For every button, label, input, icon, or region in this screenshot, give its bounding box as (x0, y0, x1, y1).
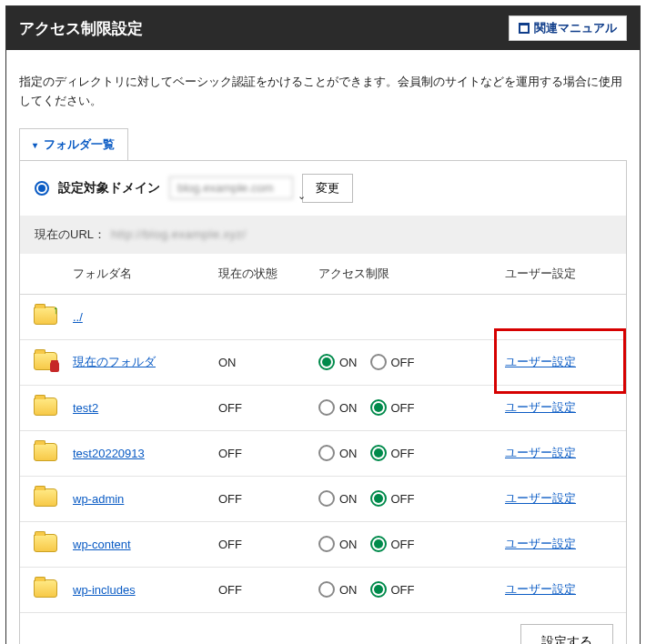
radio-icon (318, 490, 335, 507)
apply-settings-button[interactable]: 設定する (520, 624, 613, 644)
access-radio-on[interactable]: ON (318, 536, 358, 552)
chevron-down-icon: ⌄ (298, 190, 306, 202)
access-radio-off[interactable]: OFF (370, 354, 415, 370)
table-row: test20220913OFFONOFFユーザー設定 (20, 430, 626, 476)
radio-icon (370, 581, 387, 598)
page-title: アクセス制限設定 (19, 18, 143, 39)
folder-link[interactable]: ../ (73, 310, 83, 324)
folder-table: フォルダ名 現在の状態 アクセス制限 ユーザー設定 ../現在のフォルダONON… (20, 254, 626, 613)
folder-icon (34, 534, 57, 552)
col-folder-name: フォルダ名 (66, 254, 211, 295)
user-settings-link[interactable]: ユーザー設定 (505, 491, 576, 505)
radio-icon (370, 445, 387, 461)
radio-icon (318, 399, 335, 416)
access-radio-group: ONOFF (318, 490, 490, 507)
user-settings-link[interactable]: ユーザー設定 (505, 355, 576, 368)
manual-book-icon (519, 23, 530, 34)
domain-select[interactable]: blog.example.com (169, 176, 293, 199)
radio-label: ON (339, 447, 358, 460)
access-radio-off[interactable]: OFF (370, 581, 415, 598)
access-radio-group: ONOFF (318, 399, 490, 416)
radio-icon (370, 399, 387, 416)
user-settings-link[interactable]: ユーザー設定 (505, 537, 576, 550)
radio-label: OFF (391, 492, 415, 506)
table-row: wp-adminOFFONOFFユーザー設定 (20, 476, 626, 521)
state-value: OFF (211, 385, 311, 430)
state-value: OFF (211, 476, 311, 521)
radio-icon (318, 354, 335, 370)
access-radio-on[interactable]: ON (318, 581, 358, 598)
radio-icon (370, 536, 387, 552)
state-value: OFF (211, 567, 311, 612)
radio-icon (318, 536, 335, 552)
folder-link[interactable]: wp-admin (73, 492, 124, 506)
table-row: wp-includesOFFONOFFユーザー設定 (20, 567, 626, 612)
folder-link[interactable]: wp-content (73, 538, 131, 551)
current-url-value: http://blog.example.xyz/ (111, 227, 247, 241)
user-settings-link[interactable]: ユーザー設定 (505, 582, 576, 596)
access-radio-on[interactable]: ON (318, 445, 358, 461)
radio-label: OFF (391, 356, 415, 369)
manual-button-label: 関連マニュアル (534, 20, 617, 36)
radio-label: ON (339, 401, 358, 415)
radio-icon (370, 490, 387, 507)
change-domain-button[interactable]: 変更 (302, 174, 353, 203)
radio-icon (318, 581, 335, 598)
access-radio-on[interactable]: ON (318, 490, 358, 507)
folder-link[interactable]: 現在のフォルダ (73, 355, 156, 368)
access-radio-on[interactable]: ON (318, 399, 358, 416)
col-icon (20, 254, 66, 295)
user-settings-link[interactable]: ユーザー設定 (505, 400, 576, 414)
current-url-prefix: 現在のURL： (35, 226, 106, 243)
access-radio-off[interactable]: OFF (370, 399, 415, 416)
page-header: アクセス制限設定 関連マニュアル (6, 6, 640, 50)
radio-label: ON (339, 492, 358, 506)
folder-link[interactable]: test20220913 (73, 447, 145, 460)
access-radio-group: ONOFF (318, 581, 490, 598)
tab-folder-list[interactable]: ▾ フォルダ一覧 (19, 128, 128, 160)
chevron-down-icon: ▾ (33, 140, 37, 150)
state-value: OFF (211, 521, 311, 567)
radio-icon (318, 445, 335, 461)
access-radio-off[interactable]: OFF (370, 490, 415, 507)
col-user-settings: ユーザー設定 (498, 254, 626, 295)
radio-label: OFF (391, 401, 415, 415)
access-radio-group: ONOFF (318, 445, 490, 461)
access-radio-group: ONOFF (318, 354, 490, 370)
domain-selector-row: 設定対象ドメイン blog.example.com ⌄ 変更 (20, 161, 626, 216)
radio-icon (370, 354, 387, 370)
table-row: test2OFFONOFFユーザー設定 (20, 385, 626, 430)
user-settings-link[interactable]: ユーザー設定 (505, 446, 576, 459)
page-description: 指定のディレクトリに対してベーシック認証をかけることができます。会員制のサイトな… (6, 62, 640, 116)
access-radio-off[interactable]: OFF (370, 445, 415, 461)
col-current-state: 現在の状態 (211, 254, 311, 295)
radio-label: OFF (391, 583, 415, 597)
state-value: OFF (211, 430, 311, 476)
state-value: ON (211, 339, 311, 385)
radio-label: ON (339, 583, 358, 597)
radio-label: OFF (391, 538, 415, 551)
folder-link[interactable]: test2 (73, 401, 98, 415)
folder-locked-icon (34, 352, 57, 370)
access-radio-on[interactable]: ON (318, 354, 358, 370)
radio-label: ON (339, 538, 358, 551)
domain-label: 設定対象ドメイン (58, 180, 160, 196)
access-radio-off[interactable]: OFF (370, 536, 415, 552)
domain-radio-selected-icon (35, 181, 49, 196)
access-radio-group: ONOFF (318, 536, 490, 552)
radio-label: OFF (391, 447, 415, 460)
radio-label: ON (339, 356, 358, 369)
state-value (211, 294, 311, 339)
table-row: 現在のフォルダONONOFFユーザー設定 (20, 339, 626, 385)
table-row: wp-contentOFFONOFFユーザー設定 (20, 521, 626, 567)
folder-up-icon (34, 307, 57, 325)
tab-label: フォルダ一覧 (44, 137, 115, 151)
col-access-restriction: アクセス制限 (311, 254, 498, 295)
current-url-row: 現在のURL： http://blog.example.xyz/ (20, 216, 626, 254)
tab-bar: ▾ フォルダ一覧 (6, 128, 640, 160)
folder-link[interactable]: wp-includes (73, 583, 136, 597)
folder-icon (34, 488, 57, 507)
folder-icon (34, 579, 57, 598)
folder-icon (34, 443, 57, 461)
related-manual-button[interactable]: 関連マニュアル (509, 15, 627, 41)
